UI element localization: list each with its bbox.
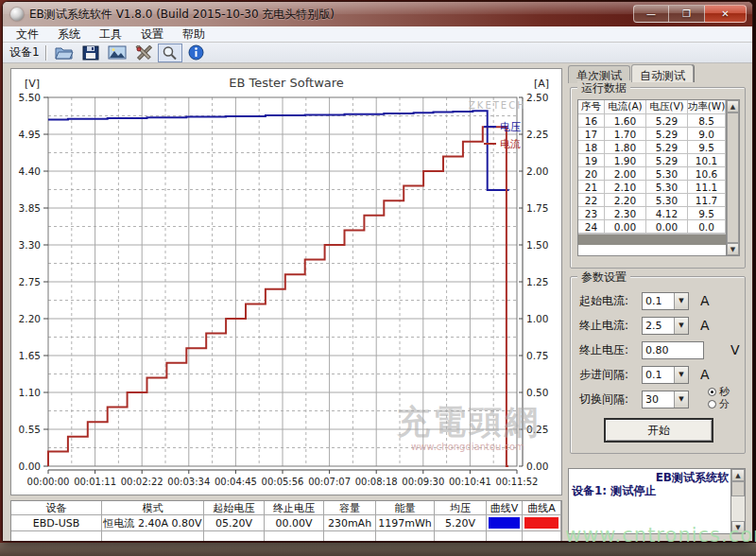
export-image-button[interactable] <box>105 43 129 62</box>
cell: 5.30 <box>646 167 688 181</box>
table-row[interactable]: 202.005.3010.6 <box>578 167 726 181</box>
table-row[interactable]: 161.605.298.5 <box>578 114 726 128</box>
chevron-down-icon[interactable]: ▼ <box>674 367 688 383</box>
brand-watermark: ZKETECH <box>469 100 526 111</box>
zoom-button[interactable] <box>158 43 182 62</box>
cell: 19 <box>578 154 605 167</box>
table-row[interactable]: 171.705.299.0 <box>578 128 726 141</box>
svg-text:0.00: 0.00 <box>526 460 548 472</box>
start-current-label: 起始电流: <box>579 293 642 309</box>
cell: 5.29 <box>646 154 688 167</box>
cell: 16 <box>578 114 605 128</box>
end-voltage-row: 终止电压: 0.80 V <box>571 338 745 362</box>
toolbar-separator <box>45 45 46 61</box>
open-file-button[interactable] <box>52 43 77 62</box>
scrollbar-track[interactable] <box>731 481 745 521</box>
cell: 2.00 <box>605 167 646 181</box>
svg-text:1.25: 1.25 <box>526 276 548 287</box>
menu-help[interactable]: 帮助 <box>173 26 215 43</box>
current-curve-color <box>524 517 558 529</box>
curve-v-swatch-cell <box>487 515 523 531</box>
summary-table-header-row: 设备模式起始电压终止电压容量能量均压曲线V曲线A <box>11 501 561 515</box>
scroll-up-icon[interactable]: ▲ <box>731 469 745 481</box>
start-current-value: 0.1 <box>643 293 674 309</box>
step-interval-label: 步进间隔: <box>579 367 642 383</box>
chart-watermark-text: 充電頭網 <box>397 400 539 444</box>
cell: 8.5 <box>688 114 726 128</box>
start-current-combo[interactable]: 0.1 ▼ <box>642 292 689 310</box>
scrollbar-track[interactable] <box>727 113 739 243</box>
scrollbar-thumb[interactable] <box>731 481 745 496</box>
step-interval-combo[interactable]: 0.1 ▼ <box>642 366 689 384</box>
cell: 20 <box>578 167 605 181</box>
summary-data-cell: 1197mWh <box>376 515 435 531</box>
folder-icon <box>55 45 74 61</box>
table-row[interactable]: 181.805.299.5 <box>578 141 726 154</box>
about-button[interactable] <box>184 43 209 62</box>
image-icon <box>108 45 127 60</box>
start-button[interactable]: 开始 <box>605 419 713 442</box>
summary-data-cell: 230mAh <box>324 515 376 531</box>
svg-text:00:08:18: 00:08:18 <box>355 477 398 487</box>
cell: 1.90 <box>605 154 646 167</box>
switch-interval-row: 切换间隔: 30 ▼ 秒 分 <box>571 387 745 411</box>
tools-button[interactable] <box>131 43 156 62</box>
radio-minutes[interactable]: 分 <box>708 398 730 410</box>
run-data-table[interactable]: 序号电流(A)电压(V)功率(W)161.605.298.5171.705.29… <box>577 99 740 256</box>
menu-settings[interactable]: 设置 <box>131 26 173 43</box>
tab-auto-test[interactable]: 自动测试 <box>631 64 694 82</box>
summary-header-cell: 曲线V <box>487 501 523 515</box>
table-row[interactable]: 240.000.000.0 <box>578 220 726 234</box>
chevron-down-icon[interactable]: ▼ <box>674 293 688 309</box>
cell: 24 <box>578 220 605 234</box>
minimize-button[interactable]: — <box>633 5 669 23</box>
cell: 21 <box>578 181 605 194</box>
cell: 17 <box>578 128 605 141</box>
radio-selected-icon[interactable] <box>708 388 716 396</box>
cell: 0.00 <box>605 220 646 234</box>
close-button[interactable]: ✕ <box>705 5 747 23</box>
toolbar: 设备1 <box>3 43 752 63</box>
table-row[interactable]: 232.304.129.5 <box>578 207 726 220</box>
maximize-button[interactable]: ❐ <box>669 5 705 23</box>
summary-empty-cell <box>376 531 435 542</box>
end-voltage-unit: V <box>730 342 740 357</box>
scroll-down-icon[interactable]: ▼ <box>727 243 739 255</box>
radio-unselected-icon[interactable] <box>708 400 716 408</box>
left-axis-unit: [V] <box>25 78 40 90</box>
menu-file[interactable]: 文件 <box>7 26 48 43</box>
chevron-down-icon[interactable]: ▼ <box>674 318 688 334</box>
step-interval-value: 0.1 <box>643 367 674 383</box>
summary-table-empty-row <box>11 531 561 542</box>
summary-data-cell: 05.20V <box>204 515 265 531</box>
chevron-down-icon[interactable]: ▼ <box>674 391 688 408</box>
svg-text:00:05:56: 00:05:56 <box>262 477 304 487</box>
radio-minutes-label: 分 <box>719 397 730 411</box>
status-line-1: EB测试系统软 <box>572 471 729 484</box>
cell: 9.5 <box>688 141 726 154</box>
table-row[interactable]: 222.205.3011.7 <box>578 194 726 207</box>
run-data-scrollbar[interactable]: ▲ ▼ <box>726 100 739 255</box>
cell: 4.12 <box>646 207 688 220</box>
menu-tools[interactable]: 工具 <box>90 26 131 43</box>
switch-interval-combo[interactable]: 30 ▼ <box>642 391 689 408</box>
scrollbar-thumb[interactable] <box>727 113 739 243</box>
svg-text:3.85: 3.85 <box>19 202 41 214</box>
end-current-combo[interactable]: 2.5 ▼ <box>642 317 689 335</box>
cell: 0.0 <box>688 220 726 234</box>
info-icon <box>188 44 204 61</box>
save-button[interactable] <box>78 43 103 62</box>
cell: 11.1 <box>688 181 726 194</box>
summary-data-cell: 5.20V <box>435 515 487 531</box>
legend-item-current: 电流 <box>484 135 521 152</box>
cell: 18 <box>578 141 605 154</box>
end-voltage-field[interactable]: 0.80 <box>642 341 704 359</box>
scroll-up-icon[interactable]: ▲ <box>727 100 739 113</box>
table-row[interactable]: 191.905.2910.1 <box>578 154 726 167</box>
title-bar[interactable]: EB测试系统软件 V1.8.0 (Build 2015-10-30 充电头特别版… <box>3 2 752 26</box>
curve-a-swatch-cell <box>523 515 561 531</box>
summary-header-cell: 终止电压 <box>265 501 324 515</box>
floppy-disk-icon <box>82 45 99 61</box>
menu-system[interactable]: 系统 <box>48 26 90 43</box>
table-row[interactable]: 212.105.3011.1 <box>578 181 726 194</box>
